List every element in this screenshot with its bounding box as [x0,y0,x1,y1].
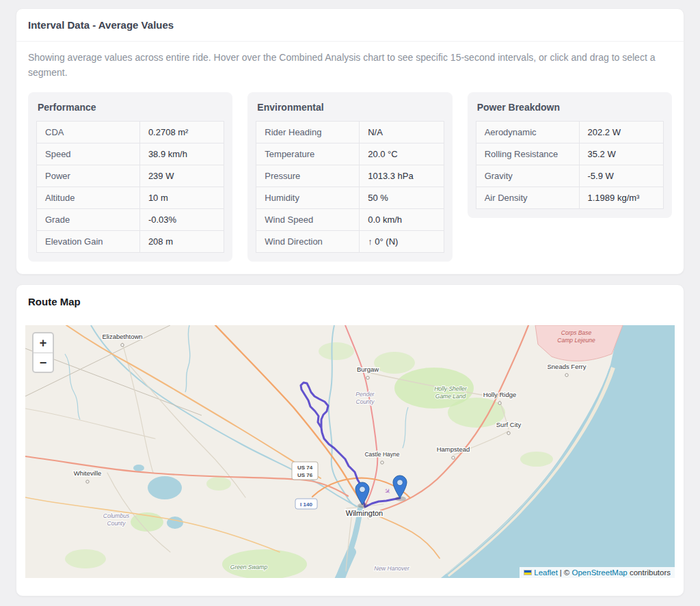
table-row: Rolling Resistance35.2 W [476,143,663,165]
table-row: Elevation Gain208 m [37,231,224,253]
i140-shield-label: I 140 [300,501,312,508]
label-wilmington: Wilmington [346,509,383,517]
table-row: Aerodynamic202.2 W [476,122,663,143]
table-row: Temperature20.0 °C [256,143,444,165]
attribution-separator: | [560,568,562,577]
table-row: Altitude10 m [37,187,224,209]
label-hampstead: Hampstead [437,445,470,453]
metric-label: Pressure [256,165,360,187]
metric-value: 20.0 °C [360,143,444,165]
table-row: Wind Speed0.0 km/h [256,209,444,231]
metric-label: Altitude [37,187,140,209]
metric-label: Rider Heading [256,122,360,143]
metric-value: 35.2 W [579,143,663,165]
label-camp-lejeune-2: Camp Lejeune [557,337,595,344]
label-camp-lejeune: Corps Base [561,329,592,336]
table-row: Speed38.9 km/h [37,143,224,165]
table-row: Rider HeadingN/A [256,122,444,143]
table-row: Power239 W [37,165,224,187]
metric-label: Aerodynamic [476,122,579,143]
label-whiteville: Whiteville [74,469,102,477]
metric-value: 202.2 W [579,122,663,143]
metric-value: 1013.3 hPa [360,165,444,187]
label-holly-sheller-2: Game Land [435,393,466,400]
route-map-card: Route Map [16,284,684,596]
interval-card-title: Interval Data - Average Values [16,9,684,42]
map-zoom-control: + − [32,332,54,373]
interval-card-description: Showing average values across entire rid… [16,42,684,83]
label-holly-sheller: Holly Sheller [434,385,468,392]
map-attribution: Leaflet|© OpenStreetMap contributors [520,567,675,578]
table-row: Pressure1013.3 hPa [256,165,444,187]
metric-value: N/A [360,122,444,143]
metric-label: Gravity [476,165,579,187]
metric-value: 38.9 km/h [139,143,224,165]
performance-table: CDA0.2708 m² Speed38.9 km/h Power239 W A… [36,121,224,253]
power-breakdown-panel-title: Power Breakdown [477,102,662,113]
table-row: Air Density1.1989 kg/m³ [476,187,663,209]
map-tiles[interactable]: US 74 US 76 I 140 ✈ Elizabethtown [25,325,675,578]
osm-link[interactable]: OpenStreetMap [572,568,628,577]
label-columbus-county: Columbus [103,512,130,519]
metric-label: CDA [37,122,140,143]
route-map[interactable]: US 74 US 76 I 140 ✈ Elizabethtown [25,325,675,578]
performance-panel-title: Performance [38,102,223,113]
attribution-contributors: contributors [630,568,671,577]
label-burgaw: Burgaw [357,366,379,373]
environmental-table: Rider HeadingN/A Temperature20.0 °C Pres… [256,121,444,253]
label-holly-ridge: Holly Ridge [483,391,517,398]
metric-value wind-direction-value: ↑ 0° (N) [360,231,444,253]
label-new-hanover: New Hanover [374,565,410,572]
metric-label: Speed [37,143,140,165]
table-row: CDA0.2708 m² [37,122,224,143]
metric-value: 239 W [139,165,224,187]
label-pender-county: Pender [355,391,375,398]
interval-data-card: Interval Data - Average Values Showing a… [16,8,684,275]
metric-value: 0.0 km/h [360,209,444,231]
metric-value: 0.2708 m² [139,122,224,143]
table-row: Wind Direction↑ 0° (N) [256,231,444,253]
label-sneads-ferry: Sneads Ferry [547,363,586,370]
label-castle-hayne: Castle Hayne [364,451,399,458]
metric-label: Wind Speed [256,209,360,231]
us74-shield-label: US 74 [297,465,313,471]
table-row: Grade-0.03% [37,209,224,231]
metric-value: 208 m [139,231,224,253]
metric-label: Temperature [256,143,360,165]
leaflet-link[interactable]: Leaflet [534,568,558,577]
metric-label: Air Density [476,187,579,209]
metric-label: Power [37,165,140,187]
label-surf-city: Surf City [496,421,522,428]
metric-value: -5.9 W [579,165,663,187]
metric-value: 10 m [139,187,224,209]
metric-label: Rolling Resistance [476,143,579,165]
power-breakdown-table: Aerodynamic202.2 W Rolling Resistance35.… [476,121,664,209]
label-green-swamp: Green Swamp [230,564,268,570]
route-map-title: Route Map [16,285,684,307]
environmental-panel: Environmental Rider HeadingN/A Temperatu… [247,92,452,262]
label-columbus-county-2: County [107,520,126,527]
zoom-in-button[interactable]: + [33,333,53,353]
metric-label: Elevation Gain [37,231,140,253]
table-row: Humidity50 % [256,187,444,209]
metric-value: 1.1989 kg/m³ [579,187,663,209]
us76-shield-label: US 76 [297,472,313,478]
metric-label: Wind Direction [256,231,360,253]
ukraine-flag-icon [524,570,532,575]
attribution-copyright: © [564,568,569,577]
table-row: Gravity-5.9 W [476,165,663,187]
metric-value: -0.03% [139,209,224,231]
metric-value: 50 % [360,187,444,209]
performance-panel: Performance CDA0.2708 m² Speed38.9 km/h … [28,92,232,262]
metric-label: Grade [37,209,140,231]
power-breakdown-panel: Power Breakdown Aerodynamic202.2 W Rolli… [468,92,672,218]
metrics-panels: Performance CDA0.2708 m² Speed38.9 km/h … [16,83,684,274]
label-elizabethtown: Elizabethtown [102,333,142,340]
label-pender-county-2: County [356,398,375,405]
environmental-panel-title: Environmental [257,102,442,113]
metric-label: Humidity [256,187,360,209]
zoom-out-button[interactable]: − [33,353,53,372]
